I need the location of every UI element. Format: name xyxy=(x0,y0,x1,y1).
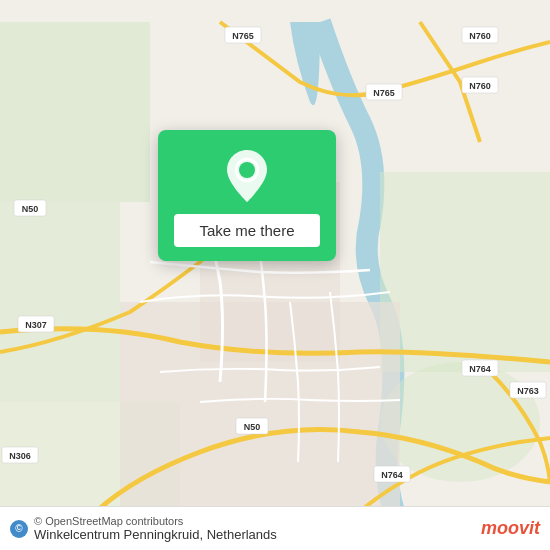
svg-text:N760: N760 xyxy=(469,31,491,41)
overlay-card: Take me there xyxy=(158,130,336,261)
osm-logo-icon: © xyxy=(10,520,28,538)
map-container: N765 N760 N765 N760 N50 N307 N50 N764 N7… xyxy=(0,0,550,550)
svg-text:N307: N307 xyxy=(25,320,47,330)
attribution-text: © OpenStreetMap contributors xyxy=(34,515,277,527)
bottom-left-section: © © OpenStreetMap contributors Winkelcen… xyxy=(10,515,277,542)
svg-rect-2 xyxy=(380,172,550,372)
svg-point-29 xyxy=(239,162,255,178)
take-me-there-button[interactable]: Take me there xyxy=(174,214,320,247)
svg-text:N50: N50 xyxy=(244,422,261,432)
svg-point-3 xyxy=(380,362,540,482)
svg-text:N764: N764 xyxy=(381,470,403,480)
svg-rect-0 xyxy=(0,22,150,202)
svg-text:N306: N306 xyxy=(9,451,31,461)
location-label: Winkelcentrum Penningkruid, Netherlands xyxy=(34,527,277,542)
svg-text:N765: N765 xyxy=(373,88,395,98)
svg-text:N765: N765 xyxy=(232,31,254,41)
location-pin-icon xyxy=(224,148,270,204)
moovit-brand-text: moovit xyxy=(481,518,540,539)
svg-text:N763: N763 xyxy=(517,386,539,396)
bottom-bar: © © OpenStreetMap contributors Winkelcen… xyxy=(0,506,550,550)
map-svg: N765 N760 N765 N760 N50 N307 N50 N764 N7… xyxy=(0,0,550,550)
moovit-logo: moovit xyxy=(481,518,540,539)
svg-text:N50: N50 xyxy=(22,204,39,214)
svg-text:N760: N760 xyxy=(469,81,491,91)
svg-text:N764: N764 xyxy=(469,364,491,374)
svg-rect-1 xyxy=(0,202,120,402)
